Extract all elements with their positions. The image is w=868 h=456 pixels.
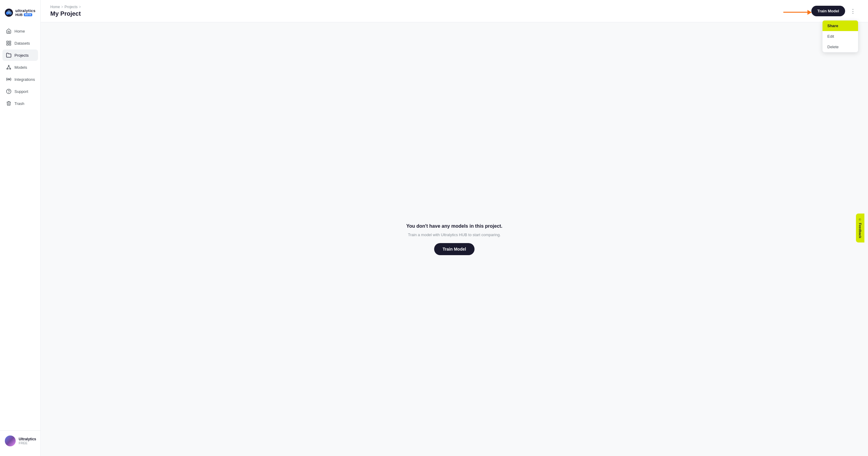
svg-point-8 xyxy=(8,65,9,66)
sidebar-item-home[interactable]: Home xyxy=(2,25,38,37)
empty-state: You don't have any models in this projec… xyxy=(406,224,502,255)
feedback-label: Feedback xyxy=(858,223,862,238)
sidebar-label-projects: Projects xyxy=(14,53,29,58)
arrow-line xyxy=(783,12,807,13)
user-name: Ultralytics xyxy=(19,437,36,441)
logo-sub: HUB BETA xyxy=(16,13,36,17)
sidebar-item-support[interactable]: Support xyxy=(2,86,38,97)
sidebar-item-models[interactable]: Models xyxy=(2,61,38,73)
sidebar-item-datasets[interactable]: Datasets xyxy=(2,37,38,49)
sidebar-label-support: Support xyxy=(14,89,28,94)
logo-name: ultralytics xyxy=(16,9,36,13)
logo: ultralytics HUB BETA xyxy=(0,5,40,25)
svg-line-11 xyxy=(7,66,9,68)
svg-rect-5 xyxy=(9,41,11,42)
sidebar-label-datasets: Datasets xyxy=(14,41,30,46)
svg-rect-4 xyxy=(7,41,8,42)
projects-icon xyxy=(6,53,11,58)
breadcrumb-sep-2: > xyxy=(79,5,81,9)
user-plan: FREE xyxy=(19,441,36,445)
integrations-icon xyxy=(6,77,11,82)
user-profile[interactable]: Ultralytics FREE xyxy=(0,430,40,451)
page-title: My Project xyxy=(50,10,81,17)
support-icon xyxy=(6,89,11,94)
models-icon xyxy=(6,64,11,70)
sidebar-label-integrations: Integrations xyxy=(14,77,35,82)
content-area: You don't have any models in this projec… xyxy=(41,22,868,456)
dropdown-menu: Share Edit Delete xyxy=(822,20,858,53)
edit-label: Edit xyxy=(827,34,834,38)
arrow-head xyxy=(807,10,812,15)
beta-badge: BETA xyxy=(24,13,33,16)
sidebar-label-models: Models xyxy=(14,65,27,70)
sidebar-item-integrations[interactable]: Integrations xyxy=(2,74,38,85)
page-header: Home > Projects > My Project Train Model… xyxy=(41,0,868,22)
logo-text: ultralytics HUB BETA xyxy=(16,9,36,17)
svg-rect-7 xyxy=(9,44,11,45)
svg-line-12 xyxy=(9,66,10,68)
avatar xyxy=(5,435,16,446)
dropdown-item-edit[interactable]: Edit xyxy=(823,31,858,41)
sidebar: ultralytics HUB BETA Home xyxy=(0,0,41,456)
breadcrumb: Home > Projects > My Project xyxy=(50,5,81,17)
home-icon xyxy=(6,28,11,34)
empty-subtitle: Train a model with Ultralytics HUB to st… xyxy=(408,232,501,237)
feedback-icon: ☺ xyxy=(858,218,862,221)
train-model-button[interactable]: Train Model xyxy=(811,6,845,16)
logo-hub: HUB xyxy=(16,13,23,17)
sidebar-item-trash[interactable]: Trash xyxy=(2,98,38,109)
sidebar-item-projects[interactable]: Projects xyxy=(2,50,38,61)
sidebar-nav: Home Datasets Projects xyxy=(0,25,40,430)
dropdown-item-share[interactable]: Share xyxy=(823,21,858,31)
user-info: Ultralytics FREE xyxy=(19,437,36,445)
empty-title: You don't have any models in this projec… xyxy=(406,224,502,229)
train-model-cta-button[interactable]: Train Model xyxy=(434,243,474,255)
more-options-button[interactable]: ⋮ xyxy=(847,6,858,17)
svg-point-3 xyxy=(7,10,10,13)
logo-icon xyxy=(5,7,13,18)
breadcrumb-trail: Home > Projects > xyxy=(50,5,81,9)
delete-label: Delete xyxy=(827,45,839,49)
header-actions: Train Model ⋮ Share Edit Delete xyxy=(811,6,858,17)
trash-icon xyxy=(6,101,11,106)
arrow-annotation xyxy=(783,10,812,15)
breadcrumb-sep-1: > xyxy=(61,5,63,9)
share-label: Share xyxy=(827,24,838,28)
main-content: Home > Projects > My Project Train Model… xyxy=(41,0,868,456)
sidebar-label-trash: Trash xyxy=(14,101,24,106)
svg-rect-6 xyxy=(7,44,8,45)
svg-point-14 xyxy=(8,79,10,80)
more-dots-icon: ⋮ xyxy=(850,8,856,15)
feedback-button[interactable]: ☺ Feedback xyxy=(856,213,864,243)
datasets-icon xyxy=(6,40,11,46)
breadcrumb-projects[interactable]: Projects xyxy=(64,5,78,9)
breadcrumb-home[interactable]: Home xyxy=(50,5,60,9)
dropdown-item-delete[interactable]: Delete xyxy=(823,41,858,52)
sidebar-label-home: Home xyxy=(14,29,25,33)
